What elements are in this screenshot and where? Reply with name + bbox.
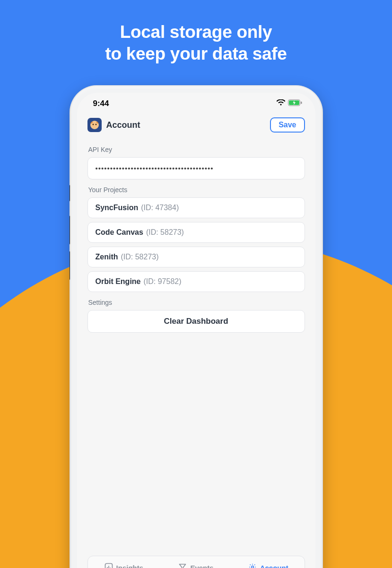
- project-item[interactable]: Code Canvas (ID: 58273): [87, 222, 305, 243]
- project-id: (ID: 97582): [144, 277, 182, 286]
- marketing-headline: Local storage only to keep your data saf…: [0, 21, 392, 65]
- headline-line-2: to keep your data safe: [105, 44, 287, 63]
- tab-insights[interactable]: Insights: [88, 556, 160, 568]
- tab-label: Account: [260, 564, 288, 568]
- project-item[interactable]: Zenith (ID: 58273): [87, 247, 305, 267]
- tab-bar: Insights Events Account: [87, 556, 305, 568]
- project-id: (ID: 47384): [141, 204, 179, 212]
- svg-point-4: [92, 124, 94, 125]
- project-name: Code Canvas: [96, 228, 143, 237]
- project-item[interactable]: Orbit Engine (ID: 97582): [87, 271, 305, 292]
- page-title: Account: [106, 120, 140, 130]
- tab-label: Insights: [116, 564, 144, 568]
- svg-rect-2: [301, 102, 302, 104]
- phone-volume-down: [70, 251, 70, 280]
- api-key-label: API Key: [88, 146, 304, 153]
- status-time: 9:44: [93, 99, 109, 108]
- svg-point-5: [95, 124, 96, 125]
- phone-side-button: [70, 185, 70, 202]
- bar-chart-icon: [105, 563, 113, 568]
- tab-account[interactable]: Account: [232, 556, 305, 568]
- battery-icon: [288, 99, 302, 108]
- clear-dashboard-button[interactable]: Clear Dashboard: [87, 310, 305, 333]
- project-name: SyncFusion: [96, 204, 139, 212]
- phone-frame: 9:44 Account Save: [70, 85, 323, 568]
- project-item[interactable]: SyncFusion (ID: 47384): [87, 197, 305, 218]
- app-icon: [87, 118, 102, 132]
- api-key-input[interactable]: ••••••••••••••••••••••••••••••••••••••••: [87, 157, 305, 179]
- gear-icon: [248, 563, 257, 568]
- content-area: API Key ••••••••••••••••••••••••••••••••…: [77, 136, 315, 568]
- tab-events[interactable]: Events: [160, 556, 232, 568]
- projects-label: Your Projects: [88, 186, 304, 194]
- funnel-icon: [178, 563, 187, 568]
- phone-volume-up: [70, 215, 70, 245]
- save-button[interactable]: Save: [270, 117, 305, 133]
- wifi-icon: [277, 99, 285, 108]
- projects-list: SyncFusion (ID: 47384) Code Canvas (ID: …: [87, 197, 305, 292]
- status-bar: 9:44: [77, 93, 315, 115]
- app-header: Account Save: [77, 115, 315, 136]
- phone-screen: 9:44 Account Save: [77, 93, 315, 568]
- svg-point-7: [251, 566, 253, 568]
- tab-label: Events: [190, 564, 213, 568]
- project-name: Zenith: [96, 253, 118, 261]
- project-id: (ID: 58273): [146, 228, 184, 237]
- project-name: Orbit Engine: [96, 277, 141, 286]
- headline-line-1: Local storage only: [120, 22, 272, 42]
- project-id: (ID: 58273): [121, 253, 159, 261]
- settings-label: Settings: [88, 299, 304, 306]
